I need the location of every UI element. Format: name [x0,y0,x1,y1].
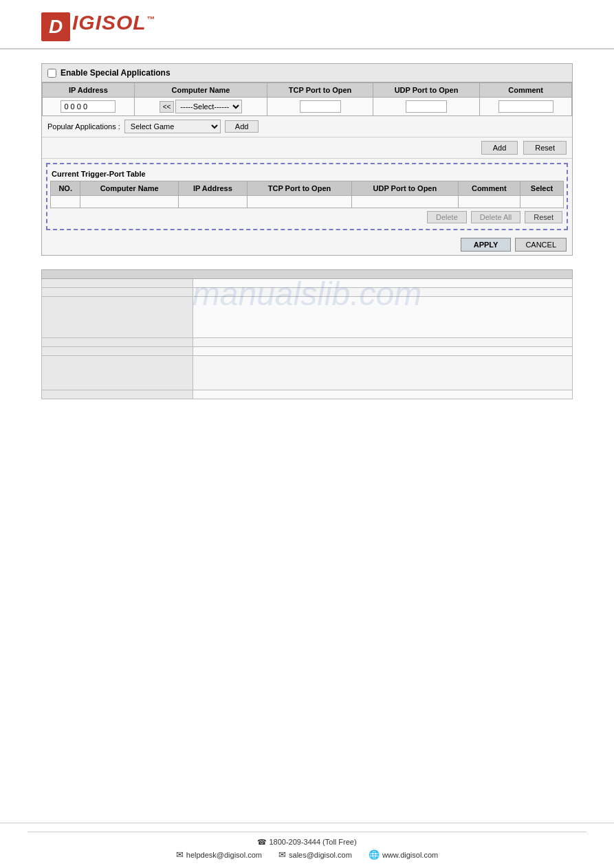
desc-value-2 [193,288,573,297]
trigger-col-no: NO. [51,181,80,196]
add-button[interactable]: Add [481,141,518,155]
desc-row-6 [42,356,573,390]
desc-table-header [42,270,573,279]
sales-text: sales@digisol.com [289,851,352,859]
desc-value-1 [193,279,573,288]
logo-d-icon: D [41,12,70,41]
email-icon: ✉ [176,849,184,860]
col-computer-name: Computer Name [134,83,267,98]
helpdesk-text: helpdesk@digisol.com [186,851,262,859]
envelope-icon: ✉ [278,849,286,860]
trigger-reset-button[interactable]: Reset [525,211,562,223]
delete-button[interactable]: Delete [427,211,467,223]
reset-button[interactable]: Reset [523,141,567,155]
page-header: D IGISOL™ [0,0,614,49]
col-tcp-port: TCP Port to Open [267,83,373,98]
delete-all-button[interactable]: Delete All [471,211,520,223]
trigger-table-row [51,196,564,208]
trigger-col-comment: Comment [458,181,520,196]
logo: D IGISOL™ [41,12,573,41]
description-table [41,269,573,399]
logo-name: IGISOL™ [72,12,155,33]
trigger-table: NO. Computer Name IP Address TCP Port to… [50,181,564,208]
panel-header-label: Enable Special Applications [61,68,171,78]
footer-helpdesk: ✉ helpdesk@digisol.com [176,849,262,860]
col-ip-address: IP Address [43,83,135,98]
popular-apps-select[interactable]: Select Game [124,120,221,133]
footer-sales: ✉ sales@digisol.com [278,849,352,860]
logo-brand-text: IGISOL™ [72,12,155,33]
ip-address-input[interactable] [61,100,116,113]
trigger-port-section: Current Trigger-Port Table NO. Computer … [46,163,568,230]
comment-cell [480,98,572,116]
ip-address-cell [43,98,135,116]
tcp-port-input[interactable] [300,100,341,113]
desc-row-7 [42,390,573,399]
desc-value-3 [193,297,573,338]
globe-icon: 🌐 [369,849,380,860]
trigger-tcp-cell [247,196,351,208]
desc-row-5 [42,347,573,356]
trigger-title: Current Trigger-Port Table [50,167,564,181]
trigger-col-ip: IP Address [178,181,247,196]
page-footer: ☎ 1800-209-3444 (Toll Free) ✉ helpdesk@d… [0,823,614,868]
comment-input[interactable] [498,100,553,113]
desc-label-2 [42,288,193,297]
computer-name-select[interactable]: -----Select------ [175,100,242,113]
desc-value-7 [193,390,573,399]
trigger-ip-cell [178,196,247,208]
enable-special-apps-checkbox[interactable] [47,69,56,78]
trigger-col-computer: Computer Name [80,181,179,196]
logo-tm: ™ [146,14,155,24]
special-applications-panel: Enable Special Applications IP Address C… [41,63,573,256]
col-comment: Comment [480,83,572,98]
website-text: www.digisol.com [382,851,438,859]
udp-port-input[interactable] [406,100,447,113]
trigger-computer-cell [80,196,179,208]
desc-row-4 [42,338,573,347]
desc-label-4 [42,338,193,347]
popular-apps-row: Popular Applications : Select Game Add [42,116,572,137]
desc-label-7 [42,390,193,399]
applications-table: IP Address Computer Name TCP Port to Ope… [42,82,572,116]
trigger-col-select: Select [520,181,564,196]
panel-header: Enable Special Applications [42,64,572,82]
desc-row-1 [42,279,573,288]
action-row: Add Reset [42,137,572,159]
apply-cancel-row: APPLY CANCEL [42,234,572,255]
trigger-select-cell [520,196,564,208]
logo-d-letter: D [49,16,63,38]
tcp-port-cell [267,98,373,116]
desc-value-5 [193,347,573,356]
trigger-action-row: Delete Delete All Reset [50,208,564,226]
trigger-no-cell [51,196,80,208]
desc-label-3 [42,297,193,338]
main-content: Enable Special Applications IP Address C… [0,49,614,427]
desc-label-1 [42,279,193,288]
desc-label-6 [42,356,193,390]
footer-phone: ☎ 1800-209-3444 (Toll Free) [28,838,586,847]
trigger-col-tcp: TCP Port to Open [247,181,351,196]
arrow-button[interactable]: << [160,101,175,113]
popular-apps-label: Popular Applications : [47,122,120,131]
desc-row-3 [42,297,573,338]
table-row: << -----Select------ [43,98,572,116]
cancel-button[interactable]: CANCEL [515,238,567,252]
footer-website: 🌐 www.digisol.com [369,849,438,860]
desc-row-2 [42,288,573,297]
popular-add-button[interactable]: Add [225,120,259,133]
apply-button[interactable]: APPLY [461,238,512,252]
desc-value-6 [193,356,573,390]
footer-links: ✉ helpdesk@digisol.com ✉ sales@digisol.c… [28,849,586,860]
trigger-udp-cell [352,196,458,208]
trigger-comment-cell [458,196,520,208]
computer-name-cell: << -----Select------ [134,98,267,116]
desc-label-5 [42,347,193,356]
desc-value-4 [193,338,573,347]
trigger-col-udp: UDP Port to Open [352,181,458,196]
col-udp-port: UDP Port to Open [373,83,479,98]
udp-port-cell [373,98,479,116]
